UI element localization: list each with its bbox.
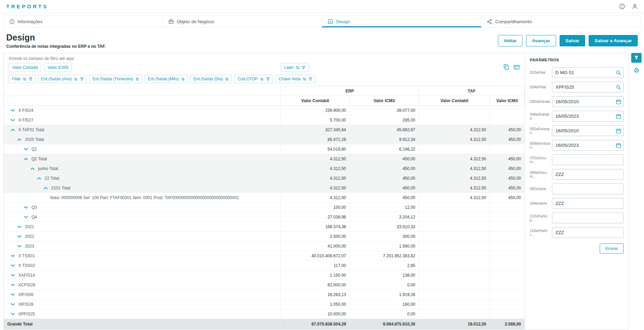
sort-icon[interactable]: [23, 77, 26, 81]
filter-drop-zone[interactable]: Arraste os campos de filtro até aqui: [4, 53, 525, 61]
chip-label: Chave Nota: [279, 77, 300, 81]
chevron-up-icon[interactable]: [37, 177, 41, 180]
value-cell: 4.312,50: [281, 164, 350, 173]
value-cell: 16.263,13: [281, 290, 350, 300]
column-header: Valor ICMS: [350, 96, 419, 106]
param-input-05daemissao[interactable]: [552, 125, 624, 136]
calendar-icon[interactable]: [616, 143, 621, 148]
table-row: XCFIS2862.000,000,00: [4, 280, 525, 290]
export-icon[interactable]: [514, 64, 520, 70]
tab-design[interactable]: Design: [322, 15, 481, 28]
salvar-e-avancar-button[interactable]: Salvar e Avançar: [589, 35, 638, 46]
chevron-down-icon[interactable]: [11, 313, 15, 315]
filter-funnel-icon[interactable]: [29, 77, 33, 81]
value-cell: [419, 241, 490, 251]
chevron-down-icon[interactable]: [11, 255, 15, 257]
row-label: XPFIS25: [18, 312, 35, 316]
param-input-01dafilial[interactable]: [552, 67, 624, 78]
value-cell: 27.038,98: [281, 212, 350, 222]
value-cell: [419, 203, 490, 212]
chevron-down-icon[interactable]: [17, 235, 21, 238]
sort-icon[interactable]: [181, 77, 185, 81]
param-input-02atefilial[interactable]: [552, 82, 624, 92]
tab-compartilhamento[interactable]: Compartilhamento: [481, 15, 641, 28]
param-input-09daserie[interactable]: [552, 184, 624, 194]
field-chip-filial[interactable]: Filial: [9, 75, 36, 83]
filter-funnel-icon[interactable]: [266, 77, 270, 81]
salvar-button[interactable]: Salvar: [560, 35, 586, 46]
row-label: X FIS27: [18, 118, 33, 123]
filter-funnel-icon[interactable]: [302, 66, 306, 70]
avancar-button[interactable]: Avançar: [526, 35, 556, 46]
field-chip-valor-icms[interactable]: Valor ICMS: [44, 63, 72, 72]
filter-icon[interactable]: [631, 53, 642, 63]
chevron-up-icon[interactable]: [44, 187, 48, 189]
chevron-down-icon[interactable]: [24, 216, 28, 218]
param-input-04ateentrada[interactable]: [552, 111, 624, 122]
chevron-up-icon[interactable]: [17, 138, 21, 141]
param-label: 07DoDocum...: [530, 156, 552, 164]
chip-label: Ent./Saída (Mês): [148, 77, 179, 81]
chevron-down-icon[interactable]: [24, 148, 28, 151]
chevron-down-icon[interactable]: [17, 245, 21, 248]
sort-icon[interactable]: [303, 77, 306, 81]
param-input-08atedocum[interactable]: [552, 169, 624, 180]
calendar-icon[interactable]: [616, 128, 621, 133]
param-field: 03DaEntrada: [530, 96, 624, 107]
chevron-down-icon[interactable]: [24, 206, 28, 209]
help-info-icon[interactable]: [619, 3, 625, 9]
chevron-down-icon[interactable]: [11, 264, 15, 267]
chevron-down-icon[interactable]: [11, 109, 15, 112]
field-chip-ent-saida-dia[interactable]: Ent./Saída (Dia): [190, 75, 232, 83]
filter-funnel-icon[interactable]: [309, 77, 312, 81]
value-cell: 450,00: [490, 135, 525, 144]
chevron-down-icon[interactable]: [11, 274, 15, 277]
search-icon[interactable]: [616, 84, 621, 90]
chevron-down-icon[interactable]: [11, 293, 15, 296]
value-cell: 7.201.852.383,82: [350, 251, 419, 261]
field-chip-cod-cfop[interactable]: Cod.CFOP: [234, 75, 273, 83]
value-cell: 2,65: [350, 261, 419, 270]
tab-objeto-de-negocio[interactable]: Objeto de Negócio: [163, 15, 322, 28]
chevron-up-icon[interactable]: [30, 167, 35, 170]
field-chip-ent-saida-mes[interactable]: Ent./Saída (Mês): [145, 75, 188, 83]
sort-icon[interactable]: [74, 77, 78, 81]
user-icon[interactable]: [632, 3, 638, 9]
sort-icon[interactable]: [136, 77, 139, 81]
chevron-down-icon[interactable]: [11, 119, 15, 122]
value-cell: [419, 106, 490, 115]
tab-informacoes[interactable]: Informações: [3, 15, 163, 28]
param-field: 01DaFilial: [530, 67, 624, 78]
enviar-button[interactable]: Enviar: [600, 243, 624, 253]
chevron-down-icon[interactable]: [11, 303, 15, 306]
param-input-10ateserie[interactable]: [552, 198, 624, 209]
copy-icon[interactable]: [503, 64, 509, 70]
sort-icon[interactable]: [296, 66, 299, 70]
business-object-icon: [169, 19, 174, 24]
calendar-icon[interactable]: [616, 114, 621, 119]
filter-funnel-icon[interactable]: [80, 77, 84, 81]
field-chip-chave-nota[interactable]: Chave Nota: [275, 75, 316, 83]
calendar-icon[interactable]: [616, 99, 621, 104]
chevron-up-icon[interactable]: [24, 158, 28, 160]
param-input-06ateemissao[interactable]: [552, 140, 624, 151]
chevron-down-icon[interactable]: [11, 284, 15, 286]
gear-icon[interactable]: ⚙: [633, 67, 639, 74]
field-chip-lado[interactable]: Lado: [281, 63, 309, 72]
chevron-down-icon[interactable]: [17, 225, 21, 228]
param-input-07dodocum[interactable]: [552, 154, 624, 165]
table-row: X TSS02117,002,65: [4, 261, 525, 270]
search-icon[interactable]: [616, 70, 621, 75]
sort-icon[interactable]: [225, 77, 229, 81]
chevron-up-icon[interactable]: [11, 128, 15, 131]
voltar-button[interactable]: Voltar: [498, 35, 523, 46]
param-input-03daentrada[interactable]: [552, 96, 624, 107]
field-chip-ent-saida-ano[interactable]: Ent./Saída (Ano): [38, 75, 87, 83]
param-input-11doparticip[interactable]: [552, 213, 624, 223]
value-cell: 450,00: [490, 125, 525, 135]
column-header: Valor Contabil: [419, 96, 490, 106]
param-input-12atepartici[interactable]: [552, 227, 624, 238]
sort-icon[interactable]: [260, 77, 264, 81]
field-chip-valor-contabil[interactable]: Valor Contabil: [9, 63, 41, 72]
field-chip-ent-saida-trimestre[interactable]: Ent./Saída (Trimestre): [89, 75, 142, 83]
